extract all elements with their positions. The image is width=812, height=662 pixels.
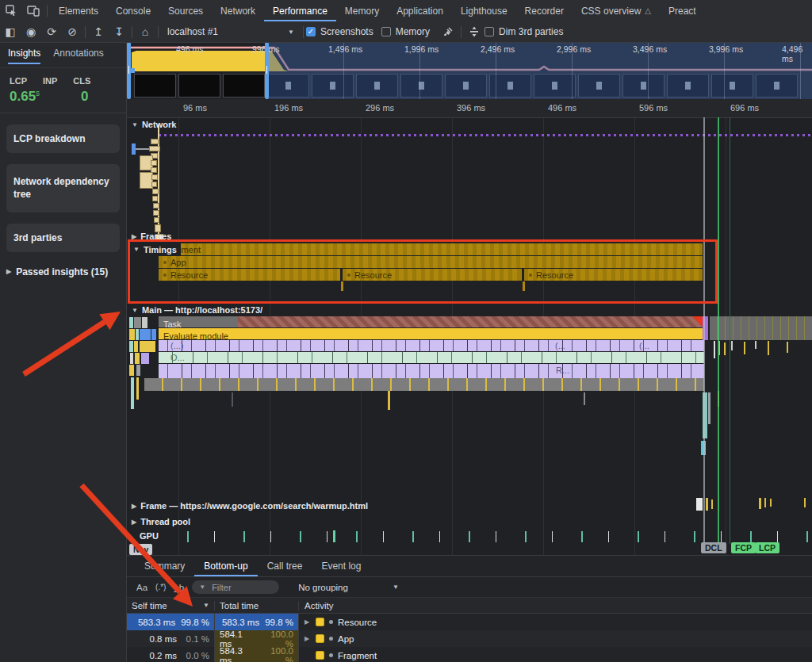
selection-handle-left[interactable] [127,42,131,99]
tab-sources[interactable]: Sources [159,0,212,21]
tab-event-log[interactable]: Event log [312,556,370,576]
dim-3rd-parties-checkbox[interactable] [485,27,494,36]
tab-preact[interactable]: Preact [660,0,705,21]
tab-performance[interactable]: Performance [264,0,336,21]
column-self-time[interactable]: Self time ▼ [127,601,215,610]
track-label: Network [142,120,176,129]
clear-icon[interactable]: ⊘ [62,22,82,41]
network-track-header[interactable]: ▼ Network [132,120,176,129]
insight-card-network-dependency-tree[interactable]: Network dependency tree [6,164,120,212]
category-swatch [316,651,324,660]
tab-recorder[interactable]: Recorder [516,0,573,21]
column-activity[interactable]: Activity [299,601,812,610]
frame-track-header[interactable]: ▶ Frame — https://www.google.com/search/… [132,501,368,511]
ruler-tick-label: 396 ms [457,103,485,113]
expand-icon[interactable]: ▶ [304,635,311,642]
table-row[interactable]: 583.3 ms99.8 % 583.3 ms99.8 % ▶ Resource [127,614,812,630]
divider [132,26,132,38]
anonymous-call-row[interactable] [159,340,704,351]
collect-garbage-icon[interactable] [464,22,485,41]
overview-time-label: 2,996 ms [557,44,591,54]
object-call-row[interactable] [159,352,704,363]
cleanup-brush-icon[interactable] [438,22,458,41]
selection-handle-right[interactable] [265,42,269,99]
filter-input-wrapper: ▼ [192,580,279,594]
screenshot-thumbnail[interactable] [178,74,220,98]
thread-pool-track-header[interactable]: ▶ Thread pool [132,517,190,526]
fcp-badge[interactable]: FCP [731,542,756,553]
reload-and-record-icon[interactable]: ⟳ [41,22,62,41]
evaluate-module-bar[interactable]: Evaluate module [159,328,704,339]
match-case-button[interactable]: Aa [136,583,147,592]
call-label: O... [170,353,185,362]
expand-icon: ▶ [132,503,136,510]
divider [85,26,86,38]
timing-dot [329,653,333,657]
activity-name: Resource [338,618,377,627]
gpu-track-header[interactable]: GPU [140,531,159,541]
tab-annotations[interactable]: Annotations [53,48,103,63]
divider [158,26,159,38]
download-profile-icon[interactable]: ↧ [109,22,129,41]
tab-summary[interactable]: Summary [135,556,194,576]
tab-call-tree[interactable]: Call tree [258,556,312,576]
screenshot-thumbnail[interactable] [223,74,265,98]
insight-card-3rd-parties[interactable]: 3rd parties [6,224,120,252]
memory-checkbox[interactable] [381,27,391,36]
table-row[interactable]: 0.8 ms0.1 % 584.1 ms100.0 % ▶ App [127,630,812,647]
expand-icon[interactable]: ▶ [304,618,311,626]
timing-dot [329,620,333,624]
nav-badge[interactable]: Nav [129,544,152,555]
dcl-badge[interactable]: DCL [701,542,726,553]
anonymous-call-row[interactable] [159,364,704,378]
tab-insights[interactable]: Insights [8,48,40,63]
lcp-marker-line [730,117,730,544]
lcp-value[interactable]: 0.65 [10,89,36,105]
tab-elements[interactable]: Elements [50,0,107,21]
tab-memory[interactable]: Memory [336,0,388,21]
category-swatch [316,634,324,643]
cls-value[interactable]: 0 [81,89,88,105]
track-label: Main — http://localhost:5173/ [142,305,262,315]
experiment-warning-icon: △ [645,6,651,15]
toggle-sidebar-icon[interactable]: ◧ [0,22,21,41]
task-bar-start[interactable]: Task [159,316,238,327]
inspect-element-icon[interactable] [0,0,22,21]
category-swatch [316,618,324,626]
tab-console[interactable]: Console [107,0,159,21]
passed-insights-label: Passed insights (15) [16,266,108,277]
sort-desc-icon: ▼ [203,602,209,609]
metric-values: 0.65 s 0 [0,87,126,113]
filter-input[interactable] [210,582,264,593]
microtask-row[interactable] [144,378,704,391]
tab-lighthouse[interactable]: Lighthouse [452,0,516,21]
main-track-header[interactable]: ▼ Main — http://localhost:5173/ [132,305,262,315]
ruler-tick-label: 196 ms [274,103,303,113]
tab-css-overview[interactable]: CSS overview△ [573,0,660,21]
passed-insights-toggle[interactable]: ▶ Passed insights (15) [6,266,120,277]
table-row[interactable]: 0.2 ms0.0 % 584.3 ms100.0 % Fragment [127,647,812,662]
devtools-tabbar: Elements Console Sources Network Perform… [0,0,812,22]
tab-bottom-up[interactable]: Bottom-up [194,556,257,576]
device-toolbar-icon[interactable] [22,0,44,21]
screenshot-thumbnail[interactable] [134,74,176,98]
collapse-icon: ▼ [132,307,138,314]
funnel-icon: ▼ [199,584,205,591]
whole-word-button[interactable]: ab [174,583,184,592]
recording-select[interactable]: localhost #1 ▼ [161,26,301,37]
insights-sidebar: Insights Annotations LCP INP CLS 0.65 s … [0,42,127,662]
tab-network[interactable]: Network [212,0,264,21]
column-total-time[interactable]: Total time [215,601,299,610]
cls-label: CLS [73,76,90,86]
screenshots-checkbox[interactable]: ✓ [306,27,316,36]
record-icon[interactable]: ◉ [21,22,41,41]
grouping-select[interactable]: No grouping ▼ [298,583,399,592]
tab-application[interactable]: Application [388,0,452,21]
home-icon[interactable]: ⌂ [135,22,155,41]
insight-card-lcp-breakdown[interactable]: LCP breakdown [6,124,120,153]
overview-time-label: 2,496 ms [481,44,515,54]
upload-profile-icon[interactable]: ↥ [88,22,109,41]
long-task-bar[interactable] [238,316,703,327]
lcp-badge[interactable]: LCP [755,542,779,553]
regex-button[interactable]: (.*) [155,583,166,591]
